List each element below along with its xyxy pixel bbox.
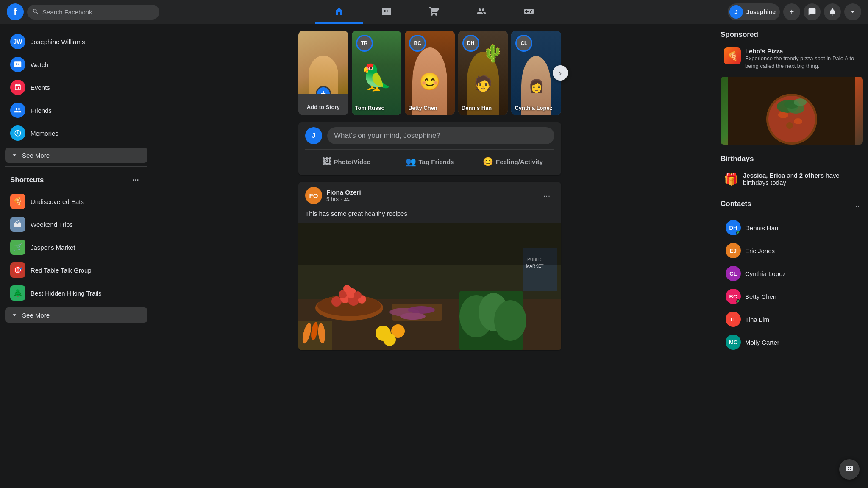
facebook-logo[interactable]: f xyxy=(7,3,24,20)
new-chat-button[interactable] xyxy=(839,459,860,480)
events-icon xyxy=(10,80,25,95)
search-icon xyxy=(32,8,39,16)
feeling-activity-button[interactable]: 😊 Feeling/Activity xyxy=(471,153,554,170)
sponsored-title: Sponsored xyxy=(721,31,863,39)
privacy-icon xyxy=(344,196,350,202)
svg-point-36 xyxy=(794,118,802,124)
contact-name-tina: Tina Lim xyxy=(745,316,769,323)
nav-tab-groups[interactable] xyxy=(458,0,505,24)
messenger-button[interactable] xyxy=(804,3,821,20)
svg-point-41 xyxy=(794,98,807,106)
svg-point-5 xyxy=(331,296,342,307)
post-input-row: J What's on your mind, Josephine? xyxy=(305,127,554,144)
sidebar-item-profile[interactable]: JW Josephine Williams xyxy=(5,31,147,53)
see-more-shortcuts-button[interactable]: See More xyxy=(5,307,147,323)
post-placeholder: What's on your mind, Josephine? xyxy=(334,131,440,139)
stories-row: + Add to Story 🦜 TR Tom Ru xyxy=(298,31,561,115)
story-name-cynthia: Cynthia Lopez xyxy=(515,105,558,111)
story-dennis-han[interactable]: 🧑 🌵 DH Dennis Han xyxy=(458,31,508,115)
nav-tab-marketplace[interactable] xyxy=(410,0,458,24)
friends-icon xyxy=(10,103,25,118)
post-actions: 🖼 Photo/Video 👥 Tag Friends 😊 Feeling/Ac… xyxy=(305,149,554,170)
story-add-bg xyxy=(298,31,348,94)
memories-icon xyxy=(10,125,25,141)
ad-image[interactable] xyxy=(721,77,863,145)
ad-name: Lebo's Pizza xyxy=(745,47,860,55)
contact-avatar-dennis: DH xyxy=(726,220,741,235)
post-input-field[interactable]: What's on your mind, Josephine? xyxy=(327,127,554,144)
contact-cynthia-lopez[interactable]: CL Cynthia Lopez xyxy=(721,262,863,284)
user-name-nav: Josephine xyxy=(746,8,776,15)
nav-tab-gaming[interactable] xyxy=(505,0,553,24)
tag-friends-icon: 👥 xyxy=(406,156,416,167)
nav-tab-home[interactable] xyxy=(315,0,363,24)
post-more-button[interactable]: ··· xyxy=(539,188,554,203)
shortcut-weekend-trips[interactable]: 🏔 Weekend Trips xyxy=(5,213,147,235)
market-svg: PUBLIC MARKET xyxy=(298,223,561,350)
shortcut-jaspers-market[interactable]: 🛒 Jasper's Market xyxy=(5,236,147,258)
contact-avatar-cynthia: CL xyxy=(726,266,741,281)
user-profile-button[interactable]: J Josephine xyxy=(728,3,780,20)
story-add-card[interactable]: + Add to Story xyxy=(298,31,348,115)
sidebar-item-memories[interactable]: Memories xyxy=(5,122,147,144)
nav-tab-watch[interactable] xyxy=(363,0,410,24)
online-indicator xyxy=(736,231,740,235)
story-add-image-area: + xyxy=(298,31,348,94)
nav-right: J Josephine + xyxy=(709,3,861,20)
svg-point-16 xyxy=(400,313,426,320)
svg-point-11 xyxy=(354,291,362,299)
contact-betty-chen[interactable]: BC Betty Chen xyxy=(721,285,863,307)
memories-label: Memories xyxy=(31,130,58,137)
story-avatar-tom: TR xyxy=(356,35,373,52)
online-indicator-betty xyxy=(736,299,740,304)
story-betty-chen[interactable]: 😊 BC Betty Chen xyxy=(405,31,455,115)
ad-image-svg xyxy=(721,77,863,145)
author-avatar: FO xyxy=(305,187,322,204)
post-author: FO Fiona Ozeri 5 hrs · xyxy=(305,187,361,204)
svg-point-27 xyxy=(383,333,396,346)
contact-name-cynthia: Cynthia Lopez xyxy=(745,270,786,277)
post-header: FO Fiona Ozeri 5 hrs · ··· xyxy=(298,182,561,206)
contact-eric-jones[interactable]: EJ Eric Jones xyxy=(721,240,863,262)
contact-dennis-han[interactable]: DH Dennis Han xyxy=(721,217,863,239)
contacts-more-button[interactable]: ··· xyxy=(849,200,863,213)
profile-avatar: JW xyxy=(10,34,25,49)
story-tom-russo[interactable]: 🦜 TR Tom Russo xyxy=(352,31,402,115)
story-name-tom: Tom Russo xyxy=(355,105,398,111)
story-avatar-betty: BC xyxy=(409,35,426,52)
ad-icon: 🍕 xyxy=(724,47,741,64)
birthdays-title: Birthdays xyxy=(721,155,863,163)
search-input[interactable] xyxy=(42,8,154,16)
account-menu-button[interactable] xyxy=(844,3,861,20)
contact-molly-carter[interactable]: MC Molly Carter xyxy=(721,331,863,353)
author-info: Fiona Ozeri 5 hrs · xyxy=(326,189,361,202)
author-meta: 5 hrs · xyxy=(326,196,361,202)
story-avatar-dennis: DH xyxy=(462,35,479,52)
sidebar-left: JW Josephine Williams Watch Events Frien… xyxy=(0,24,153,488)
shortcut-red-table-talk[interactable]: 🎯 Red Table Talk Group xyxy=(5,259,147,281)
sidebar-item-events[interactable]: Events xyxy=(5,76,147,98)
contact-name-dennis: Dennis Han xyxy=(745,224,778,231)
tag-friends-button[interactable]: 👥 Tag Friends xyxy=(388,153,471,170)
stories-next-button[interactable]: › xyxy=(553,65,568,81)
photo-video-button[interactable]: 🖼 Photo/Video xyxy=(305,153,388,170)
sidebar-item-watch[interactable]: Watch xyxy=(5,53,147,75)
shortcut-best-hidden-hiking[interactable]: 🌲 Best Hidden Hiking Trails xyxy=(5,282,147,304)
shortcuts-more-button[interactable]: ··· xyxy=(129,173,142,187)
contact-avatar-betty: BC xyxy=(726,289,741,304)
svg-point-12 xyxy=(343,285,351,293)
see-more-nav-button[interactable]: See More xyxy=(5,148,147,163)
search-bar[interactable] xyxy=(27,5,159,20)
contact-tina-lim[interactable]: TL Tina Lim xyxy=(721,308,863,330)
shortcut-undiscovered-eats[interactable]: 🍕 Undiscovered Eats xyxy=(5,190,147,212)
main-layout: JW Josephine Williams Watch Events Frien… xyxy=(0,0,868,464)
contact-name-betty: Betty Chen xyxy=(745,293,776,300)
add-button[interactable]: + xyxy=(783,3,800,20)
contacts-header: Contacts ··· xyxy=(721,200,863,213)
contact-avatar-molly: MC xyxy=(726,335,741,350)
sponsored-ad[interactable]: 🍕 Lebo's Pizza Experience the trendy piz… xyxy=(721,44,863,73)
sidebar-item-friends[interactable]: Friends xyxy=(5,99,147,121)
watch-icon xyxy=(10,57,25,72)
notifications-button[interactable] xyxy=(824,3,841,20)
contact-name-eric: Eric Jones xyxy=(745,247,775,254)
